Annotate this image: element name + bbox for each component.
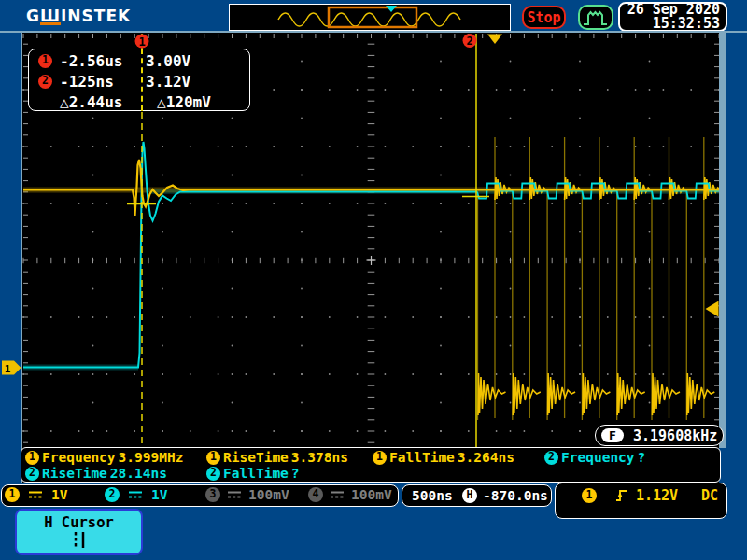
cursor1-time: -2.56us xyxy=(60,52,146,70)
dc-coupling-icon xyxy=(330,490,345,499)
freq-counter-badge: F xyxy=(601,428,624,442)
trigger-level-marker[interactable] xyxy=(706,301,719,317)
channel4-badge: 4 xyxy=(308,487,323,502)
trigger-coupling-value: DC xyxy=(701,487,718,504)
channel1-badge: 1 xyxy=(5,487,20,502)
stop-label: Stop xyxy=(527,9,560,26)
cursor1-volt: 3.00V xyxy=(146,52,190,70)
channel-status-bar: 1 1V 2 1V 3 100mV 4 100mV xyxy=(1,484,399,507)
measurement-ch1-falltime: 1FallTime3.264ns xyxy=(373,450,514,465)
ch1-badge: 1 xyxy=(373,451,387,465)
channel2-status[interactable]: 2 1V xyxy=(105,487,167,502)
measurement-label: FallTime xyxy=(223,466,289,481)
measurement-value: 28.14ns xyxy=(110,466,167,481)
measurement-value: 3.264ns xyxy=(458,450,514,465)
cursor1-badge-label: 1 xyxy=(138,35,145,49)
burst-waveform-icon xyxy=(582,7,610,29)
brand-logo: GШINSTEK xyxy=(26,7,131,25)
ch1-badge: 1 xyxy=(25,451,39,465)
ch1-badge: 1 xyxy=(206,451,220,465)
horizontal-preview-bar[interactable] xyxy=(229,4,511,31)
cursor2-badge-label: 2 xyxy=(466,35,472,48)
measurement-ch1-frequency: 1Frequency3.999MHz xyxy=(25,450,183,465)
ch2-trace xyxy=(23,142,477,368)
measurement-ch1-risetime: 1RiseTime3.378ns xyxy=(206,450,348,465)
measurement-ch2-risetime: 2RiseTime28.14ns xyxy=(25,466,167,481)
measurement-ch2-falltime: 2FallTime? xyxy=(206,466,300,481)
trigger-level-value: 1.12V xyxy=(636,487,678,504)
channel1-scale: 1V xyxy=(51,487,67,502)
channel4-scale: 100mV xyxy=(351,487,392,502)
ch2-badge: 2 xyxy=(25,467,39,481)
cursor2-time: -125ns xyxy=(60,73,146,91)
right-frame xyxy=(719,33,726,448)
channel3-badge: 3 xyxy=(205,487,220,502)
channel2-badge: 2 xyxy=(105,487,120,502)
h-cursor1-line-over-panel[interactable] xyxy=(141,49,143,111)
timebase-value: 500ns xyxy=(412,488,453,503)
cursor2-row-badge: 2 xyxy=(38,75,52,89)
measurement-value: 3.999MHz xyxy=(119,450,184,465)
cursor-delta-readout: △2.44us △120mV xyxy=(29,91,249,112)
measurement-label: RiseTime xyxy=(42,466,107,481)
cursor-readout-panel: 1 -2.56us 3.00V 2 -125ns 3.12V △2.44us △… xyxy=(28,49,250,111)
dc-coupling-icon xyxy=(28,490,43,499)
oscilloscope-screen: GШINSTEK Stop 26 Sep 2020 15:32:53 xyxy=(0,0,747,560)
logo-w: Ш xyxy=(40,9,61,25)
cursor2-readout: 2 -125ns 3.12V xyxy=(29,71,249,91)
dc-coupling-icon xyxy=(227,490,242,499)
channel4-status[interactable]: 4 100mV xyxy=(308,487,392,502)
h-cursor-button-label: H Cursor xyxy=(17,514,141,531)
measurement-value: ? xyxy=(638,450,646,465)
channel3-scale: 100mV xyxy=(248,487,289,502)
ch1-position-label: 1 xyxy=(5,363,11,375)
preview-sine xyxy=(278,13,460,26)
measurement-ch2-frequency: 2Frequency? xyxy=(544,450,645,465)
run-mode-button xyxy=(578,5,613,30)
delta-volt: △120mV xyxy=(157,93,211,111)
measurement-label: RiseTime xyxy=(223,450,289,465)
measurement-value: ? xyxy=(291,466,300,481)
measurement-label: Frequency xyxy=(42,450,116,465)
measurement-bar: 1Frequency3.999MHz 1RiseTime3.378ns 1Fal… xyxy=(21,447,721,483)
channel3-status[interactable]: 3 100mV xyxy=(205,487,289,502)
h-cursor-menu-button[interactable]: H Cursor xyxy=(15,509,143,555)
channel1-status[interactable]: 1 1V xyxy=(5,487,67,502)
rising-edge-icon xyxy=(615,487,627,503)
measurement-label: FallTime xyxy=(389,450,455,465)
ch2-badge: 2 xyxy=(206,467,220,481)
trigger-status-box: 1 1.12V DC xyxy=(555,483,727,519)
horizontal-status-box: 500ns H -870.0ns xyxy=(402,484,552,507)
trigger-position-marker[interactable] xyxy=(487,35,502,45)
horizontal-offset-value: -870.0ns xyxy=(483,488,548,503)
cursor1-row-badge: 1 xyxy=(38,54,52,68)
ch2-badge: 2 xyxy=(544,451,558,465)
channel2-scale: 1V xyxy=(151,487,167,502)
logo-g: G xyxy=(26,7,40,25)
measurement-label: Frequency xyxy=(561,450,635,465)
horizontal-h-icon: H xyxy=(462,488,477,503)
time-text: 15:32:53 xyxy=(626,17,720,31)
preview-waveform xyxy=(230,5,508,29)
trigger-source-badge: 1 xyxy=(582,488,597,503)
cursor2-volt: 3.12V xyxy=(146,73,190,91)
logo-rest: INSTEK xyxy=(61,7,131,25)
acquisition-stop-indicator: Stop xyxy=(522,6,566,29)
dc-coupling-icon xyxy=(128,490,143,499)
frequency-counter: F 3.19608kHz xyxy=(595,425,724,446)
measurement-value: 3.378ns xyxy=(291,450,348,465)
h-cursor-icon xyxy=(69,531,90,549)
cursor1-readout: 1 -2.56us 3.00V xyxy=(29,50,249,71)
ch1-pulse-bursts xyxy=(477,137,721,420)
preview-trigger-marker[interactable] xyxy=(386,6,397,12)
freq-counter-value: 3.19608kHz xyxy=(633,427,717,444)
datetime-display: 26 Sep 2020 15:32:53 xyxy=(618,2,727,32)
